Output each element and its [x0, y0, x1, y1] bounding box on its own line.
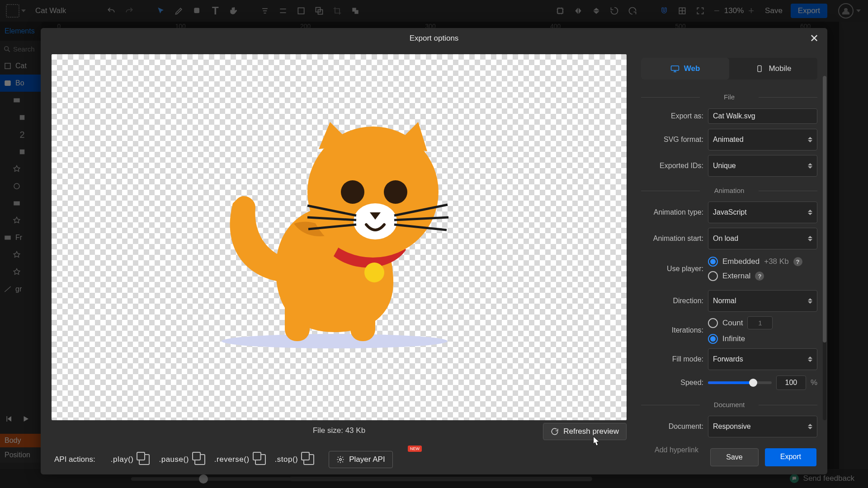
dialog-export-button[interactable]: Export	[765, 448, 816, 466]
monitor-icon	[670, 65, 679, 72]
api-reverse: .reverse()	[214, 454, 266, 465]
radio-player-external[interactable]	[708, 271, 718, 281]
label-speed: Speed:	[641, 379, 703, 387]
preview-column: File size: 43 Kb Refresh preview API act…	[41, 49, 637, 474]
dialog-header: Export options ✕	[41, 28, 827, 49]
svg-rect-40	[758, 66, 761, 71]
cat-illustration	[194, 111, 484, 364]
svg-format-select[interactable]: Animated	[708, 129, 817, 150]
platform-switch: Web Mobile	[641, 58, 817, 80]
section-animation: Animation	[641, 187, 817, 194]
iterations-count-input[interactable]: 1	[747, 316, 773, 329]
direction-select[interactable]: Normal	[708, 290, 817, 312]
settings-scrollbar[interactable]	[823, 76, 826, 420]
new-badge: NEW	[408, 446, 422, 452]
label-add-hyperlink: Add hyperlink	[655, 446, 698, 454]
section-document: Document	[641, 401, 817, 408]
platform-web[interactable]: Web	[641, 58, 729, 80]
fill-mode-select[interactable]: Forwards	[708, 348, 817, 370]
svg-point-36	[340, 459, 342, 461]
dialog-footer: Save Export	[710, 448, 816, 466]
api-actions-label: API actions:	[52, 455, 95, 464]
close-button[interactable]: ✕	[807, 32, 821, 45]
refresh-preview-button[interactable]: Refresh preview	[543, 423, 627, 440]
radio-player-embedded[interactable]	[708, 257, 718, 267]
speed-value[interactable]: 100	[776, 375, 806, 390]
speed-slider[interactable]	[708, 381, 772, 384]
label-document: Document:	[641, 422, 703, 431]
dialog-save-button[interactable]: Save	[710, 448, 758, 466]
player-api-button[interactable]: Player API	[329, 451, 392, 468]
api-stop: .stop()	[275, 454, 315, 465]
label-direction: Direction:	[641, 297, 703, 305]
platform-mobile[interactable]: Mobile	[729, 58, 817, 80]
api-actions-row: API actions: .play() .pause() .reverse()…	[52, 451, 627, 468]
api-pause: .pause()	[159, 454, 205, 465]
svg-point-25	[364, 263, 384, 282]
copy-icon[interactable]	[255, 454, 266, 465]
section-file: File	[641, 93, 817, 101]
svg-point-29	[354, 203, 397, 239]
help-icon[interactable]: ?	[793, 257, 802, 266]
svg-point-27	[341, 180, 364, 204]
filename-input[interactable]	[708, 108, 817, 124]
document-select[interactable]: Responsive	[708, 416, 817, 437]
copy-icon[interactable]	[194, 454, 205, 465]
mobile-icon	[755, 65, 764, 72]
preview-canvas	[52, 54, 627, 420]
copy-icon[interactable]	[139, 454, 150, 465]
export-settings-column: Web Mobile File Export as: SVG format: A…	[637, 49, 827, 474]
export-options-dialog: Export options ✕	[41, 28, 827, 474]
animation-start-select[interactable]: On load	[708, 228, 817, 249]
svg-point-28	[384, 180, 407, 204]
radio-iterations-count[interactable]	[708, 318, 718, 328]
svg-point-22	[222, 334, 448, 348]
label-animation-type: Animation type:	[641, 208, 703, 216]
help-icon[interactable]: ?	[755, 272, 764, 281]
dialog-title: Export options	[410, 34, 459, 43]
api-play: .play()	[111, 454, 150, 465]
label-use-player: Use player:	[641, 265, 703, 273]
label-fill-mode: Fill mode:	[641, 355, 703, 363]
gear-icon	[336, 455, 344, 464]
exported-ids-select[interactable]: Unique	[708, 155, 817, 177]
radio-iterations-infinite[interactable]	[708, 334, 718, 344]
label-export-as: Export as:	[641, 112, 703, 120]
animation-type-select[interactable]: JavaScript	[708, 202, 817, 223]
label-svg-format: SVG format:	[641, 136, 703, 144]
refresh-icon	[551, 427, 559, 436]
label-animation-start: Animation start:	[641, 235, 703, 243]
label-iterations: Iterations:	[641, 326, 703, 334]
copy-icon[interactable]	[303, 454, 314, 465]
svg-rect-37	[671, 66, 679, 70]
label-exported-ids: Exported IDs:	[641, 162, 703, 170]
file-size-label: File size: 43 Kb	[313, 426, 365, 435]
percent-label: %	[811, 378, 817, 387]
